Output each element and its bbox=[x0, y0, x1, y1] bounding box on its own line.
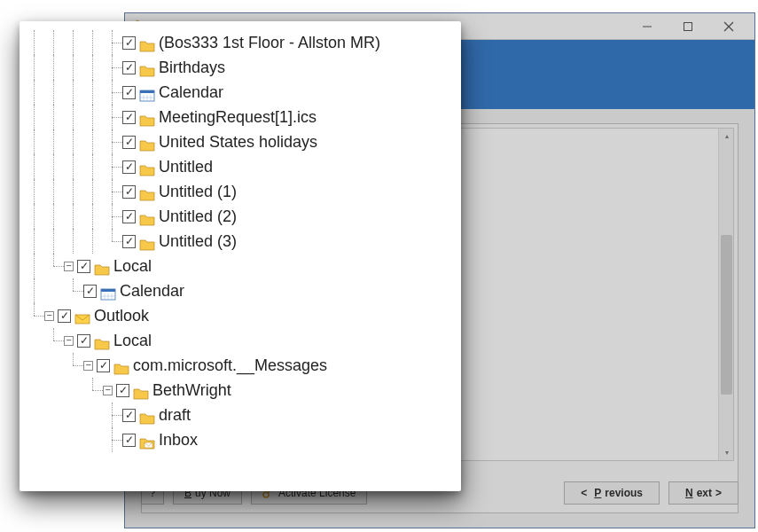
folder-icon bbox=[139, 160, 155, 174]
tree-item[interactable]: − BethWright bbox=[25, 378, 456, 403]
tree-item[interactable]: Inbox bbox=[25, 427, 456, 452]
preview-pane: ▴ ▾ bbox=[449, 128, 734, 461]
collapse-toggle[interactable]: − bbox=[83, 361, 93, 371]
checkbox[interactable] bbox=[122, 409, 136, 422]
checkbox[interactable] bbox=[58, 309, 71, 323]
tree-item[interactable]: Calendar bbox=[25, 278, 456, 303]
tree-item[interactable]: − Outlook bbox=[25, 303, 456, 328]
checkbox[interactable] bbox=[122, 160, 136, 174]
scroll-down-icon[interactable]: ▾ bbox=[719, 445, 734, 460]
tree-item[interactable]: draft bbox=[25, 403, 456, 427]
checkbox[interactable] bbox=[122, 111, 136, 124]
banner-text: .com bbox=[418, 68, 754, 82]
checkbox[interactable] bbox=[122, 86, 136, 99]
checkbox[interactable] bbox=[77, 260, 90, 273]
tree-label: Untitled (2) bbox=[159, 204, 237, 229]
minimize-button[interactable] bbox=[627, 13, 668, 40]
mail-icon bbox=[74, 309, 90, 323]
next-button[interactable]: Next > bbox=[668, 481, 738, 505]
folder-icon bbox=[113, 358, 129, 372]
folder-icon bbox=[133, 383, 149, 397]
collapse-toggle[interactable]: − bbox=[64, 262, 74, 271]
tree-label: draft bbox=[159, 403, 191, 427]
tree-label: MeetingRequest[1].ics bbox=[159, 105, 316, 129]
calendar-icon bbox=[100, 284, 116, 298]
tree-item[interactable]: (Bos333 1st Floor - Allston MR) bbox=[25, 30, 456, 55]
folder-icon bbox=[139, 110, 155, 124]
tree-item[interactable]: − com.microsoft.__Messages bbox=[25, 353, 456, 378]
folder-tree: (Bos333 1st Floor - Allston MR) Birthday… bbox=[25, 30, 456, 452]
checkbox[interactable] bbox=[122, 210, 136, 223]
checkbox[interactable] bbox=[122, 434, 136, 447]
scroll-up-icon[interactable]: ▴ bbox=[719, 129, 734, 144]
folder-icon bbox=[94, 259, 110, 273]
tree-label: Outlook bbox=[94, 303, 149, 328]
tree-label: Untitled (1) bbox=[159, 179, 237, 204]
folder-icon bbox=[139, 234, 155, 248]
svg-rect-9 bbox=[140, 90, 154, 93]
calendar-icon bbox=[139, 85, 155, 99]
checkbox[interactable] bbox=[122, 36, 136, 50]
tree-label: Inbox bbox=[159, 427, 198, 452]
tree-label: Untitled (3) bbox=[159, 229, 237, 254]
tree-item[interactable]: Birthdays bbox=[25, 55, 456, 80]
tree-label: Untitled bbox=[159, 154, 213, 179]
checkbox[interactable] bbox=[77, 334, 90, 348]
tree-item[interactable]: Untitled (3) bbox=[25, 229, 456, 254]
tree-label: Calendar bbox=[120, 278, 184, 303]
maximize-button[interactable] bbox=[668, 13, 708, 40]
checkbox[interactable] bbox=[97, 359, 110, 372]
folder-icon bbox=[139, 184, 155, 199]
tree-label: BethWright bbox=[152, 378, 231, 403]
collapse-toggle[interactable]: − bbox=[103, 386, 113, 395]
tree-item[interactable]: United States holidays bbox=[25, 129, 456, 154]
tree-label: Local bbox=[113, 254, 152, 278]
tree-label: com.microsoft.__Messages bbox=[133, 353, 327, 378]
checkbox[interactable] bbox=[122, 136, 136, 149]
checkbox[interactable] bbox=[122, 185, 136, 199]
checkbox[interactable] bbox=[83, 285, 97, 298]
svg-rect-15 bbox=[101, 289, 115, 292]
tree-item[interactable]: Untitled (1) bbox=[25, 179, 456, 204]
folder-icon bbox=[139, 35, 155, 50]
tree-item[interactable]: Calendar bbox=[25, 80, 456, 105]
tree-label: Local bbox=[113, 328, 152, 353]
tree-item[interactable]: − Local bbox=[25, 328, 456, 353]
previous-button[interactable]: < Previous bbox=[564, 481, 660, 505]
checkbox[interactable] bbox=[122, 235, 136, 248]
tree-item[interactable]: MeetingRequest[1].ics bbox=[25, 105, 456, 129]
tree-label: Calendar bbox=[159, 80, 223, 105]
collapse-toggle[interactable]: − bbox=[64, 336, 74, 346]
inbox-icon bbox=[139, 433, 155, 447]
checkbox[interactable] bbox=[122, 61, 136, 74]
tree-item[interactable]: Untitled bbox=[25, 154, 456, 179]
tree-item[interactable]: Untitled (2) bbox=[25, 204, 456, 229]
folder-icon bbox=[139, 209, 155, 223]
folder-icon bbox=[139, 135, 155, 149]
tree-label: (Bos333 1st Floor - Allston MR) bbox=[159, 30, 380, 55]
folder-tree-popup: (Bos333 1st Floor - Allston MR) Birthday… bbox=[20, 21, 461, 491]
tree-label: United States holidays bbox=[159, 129, 317, 154]
svg-rect-2 bbox=[684, 22, 692, 30]
folder-icon bbox=[94, 333, 110, 348]
folder-icon bbox=[139, 408, 155, 422]
folder-icon bbox=[139, 60, 155, 74]
collapse-toggle[interactable]: − bbox=[44, 311, 54, 321]
tree-item[interactable]: − Local bbox=[25, 254, 456, 278]
checkbox[interactable] bbox=[116, 384, 129, 397]
scroll-thumb[interactable] bbox=[721, 235, 732, 395]
scrollbar[interactable]: ▴ ▾ bbox=[718, 129, 733, 460]
tree-label: Birthdays bbox=[159, 55, 225, 80]
close-button[interactable] bbox=[708, 13, 749, 40]
